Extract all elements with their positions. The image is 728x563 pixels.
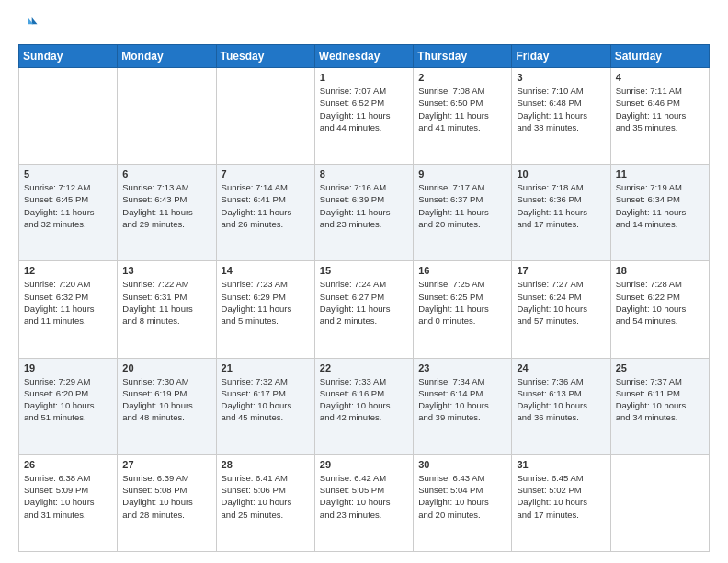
day-number: 15 bbox=[320, 265, 408, 276]
calendar-cell: 20Sunrise: 7:30 AM Sunset: 6:19 PM Dayli… bbox=[118, 358, 216, 454]
day-number: 12 bbox=[24, 265, 112, 276]
weekday-header-wednesday: Wednesday bbox=[314, 45, 413, 68]
day-info: Sunrise: 6:45 AM Sunset: 5:02 PM Dayligh… bbox=[517, 472, 605, 521]
day-info: Sunrise: 7:28 AM Sunset: 6:22 PM Dayligh… bbox=[616, 278, 704, 327]
week-row-4: 19Sunrise: 7:29 AM Sunset: 6:20 PM Dayli… bbox=[19, 358, 710, 454]
day-number: 7 bbox=[222, 168, 310, 179]
day-number: 8 bbox=[320, 168, 408, 179]
logo-icon bbox=[18, 15, 39, 35]
day-number: 31 bbox=[517, 459, 605, 470]
day-info: Sunrise: 7:13 AM Sunset: 6:43 PM Dayligh… bbox=[122, 181, 210, 230]
calendar-cell: 22Sunrise: 7:33 AM Sunset: 6:16 PM Dayli… bbox=[314, 358, 413, 454]
calendar-cell bbox=[19, 68, 118, 165]
calendar-cell: 4Sunrise: 7:11 AM Sunset: 6:46 PM Daylig… bbox=[610, 68, 709, 165]
day-number: 20 bbox=[122, 362, 210, 373]
day-info: Sunrise: 7:22 AM Sunset: 6:31 PM Dayligh… bbox=[122, 278, 210, 327]
week-row-1: 1Sunrise: 7:07 AM Sunset: 6:52 PM Daylig… bbox=[19, 68, 710, 165]
day-info: Sunrise: 7:34 AM Sunset: 6:14 PM Dayligh… bbox=[418, 375, 506, 424]
calendar-cell bbox=[118, 68, 216, 165]
day-info: Sunrise: 7:37 AM Sunset: 6:11 PM Dayligh… bbox=[616, 375, 704, 424]
calendar-cell: 26Sunrise: 6:38 AM Sunset: 5:09 PM Dayli… bbox=[19, 454, 118, 551]
calendar-cell: 18Sunrise: 7:28 AM Sunset: 6:22 PM Dayli… bbox=[610, 261, 709, 358]
day-info: Sunrise: 7:33 AM Sunset: 6:16 PM Dayligh… bbox=[320, 375, 408, 424]
day-number: 22 bbox=[320, 362, 408, 373]
day-number: 13 bbox=[122, 265, 210, 276]
day-number: 23 bbox=[418, 362, 506, 373]
week-row-2: 5Sunrise: 7:12 AM Sunset: 6:45 PM Daylig… bbox=[19, 165, 710, 261]
day-number: 16 bbox=[418, 265, 506, 276]
day-info: Sunrise: 7:12 AM Sunset: 6:45 PM Dayligh… bbox=[24, 181, 112, 230]
day-info: Sunrise: 7:23 AM Sunset: 6:29 PM Dayligh… bbox=[222, 278, 310, 327]
calendar-cell: 21Sunrise: 7:32 AM Sunset: 6:17 PM Dayli… bbox=[216, 358, 314, 454]
calendar-cell: 15Sunrise: 7:24 AM Sunset: 6:27 PM Dayli… bbox=[314, 261, 413, 358]
weekday-header-tuesday: Tuesday bbox=[216, 45, 314, 68]
day-number: 29 bbox=[320, 459, 408, 470]
calendar-cell: 16Sunrise: 7:25 AM Sunset: 6:25 PM Dayli… bbox=[414, 261, 512, 358]
day-info: Sunrise: 7:17 AM Sunset: 6:37 PM Dayligh… bbox=[418, 181, 506, 230]
day-info: Sunrise: 7:32 AM Sunset: 6:17 PM Dayligh… bbox=[222, 375, 310, 424]
calendar-cell: 25Sunrise: 7:37 AM Sunset: 6:11 PM Dayli… bbox=[610, 358, 709, 454]
day-number: 10 bbox=[517, 168, 605, 179]
calendar-cell: 6Sunrise: 7:13 AM Sunset: 6:43 PM Daylig… bbox=[118, 165, 216, 261]
calendar-cell: 12Sunrise: 7:20 AM Sunset: 6:32 PM Dayli… bbox=[19, 261, 118, 358]
calendar-cell: 19Sunrise: 7:29 AM Sunset: 6:20 PM Dayli… bbox=[19, 358, 118, 454]
day-number: 28 bbox=[222, 459, 310, 470]
day-number: 1 bbox=[320, 72, 408, 83]
week-row-5: 26Sunrise: 6:38 AM Sunset: 5:09 PM Dayli… bbox=[19, 454, 710, 551]
calendar-cell: 5Sunrise: 7:12 AM Sunset: 6:45 PM Daylig… bbox=[19, 165, 118, 261]
day-number: 17 bbox=[517, 265, 605, 276]
day-number: 3 bbox=[517, 72, 605, 83]
day-info: Sunrise: 7:30 AM Sunset: 6:19 PM Dayligh… bbox=[122, 375, 210, 424]
day-number: 14 bbox=[222, 265, 310, 276]
day-info: Sunrise: 7:19 AM Sunset: 6:34 PM Dayligh… bbox=[616, 181, 704, 230]
logo bbox=[18, 15, 42, 35]
day-number: 2 bbox=[418, 72, 506, 83]
weekday-header-saturday: Saturday bbox=[610, 45, 709, 68]
calendar-cell: 11Sunrise: 7:19 AM Sunset: 6:34 PM Dayli… bbox=[610, 165, 709, 261]
day-info: Sunrise: 7:11 AM Sunset: 6:46 PM Dayligh… bbox=[616, 85, 704, 133]
calendar-cell: 30Sunrise: 6:43 AM Sunset: 5:04 PM Dayli… bbox=[414, 454, 512, 551]
week-row-3: 12Sunrise: 7:20 AM Sunset: 6:32 PM Dayli… bbox=[19, 261, 710, 358]
calendar-cell: 24Sunrise: 7:36 AM Sunset: 6:13 PM Dayli… bbox=[512, 358, 610, 454]
day-info: Sunrise: 7:27 AM Sunset: 6:24 PM Dayligh… bbox=[517, 278, 605, 327]
day-number: 25 bbox=[616, 362, 704, 373]
calendar-cell: 7Sunrise: 7:14 AM Sunset: 6:41 PM Daylig… bbox=[216, 165, 314, 261]
day-info: Sunrise: 7:24 AM Sunset: 6:27 PM Dayligh… bbox=[320, 278, 408, 327]
day-info: Sunrise: 6:42 AM Sunset: 5:05 PM Dayligh… bbox=[320, 472, 408, 521]
calendar-cell: 27Sunrise: 6:39 AM Sunset: 5:08 PM Dayli… bbox=[118, 454, 216, 551]
weekday-header-row: SundayMondayTuesdayWednesdayThursdayFrid… bbox=[19, 45, 710, 68]
day-info: Sunrise: 6:41 AM Sunset: 5:06 PM Dayligh… bbox=[222, 472, 310, 521]
calendar-cell: 3Sunrise: 7:10 AM Sunset: 6:48 PM Daylig… bbox=[512, 68, 610, 165]
weekday-header-friday: Friday bbox=[512, 45, 610, 68]
calendar-cell: 23Sunrise: 7:34 AM Sunset: 6:14 PM Dayli… bbox=[414, 358, 512, 454]
day-number: 21 bbox=[222, 362, 310, 373]
calendar: SundayMondayTuesdayWednesdayThursdayFrid… bbox=[18, 44, 710, 552]
calendar-cell: 31Sunrise: 6:45 AM Sunset: 5:02 PM Dayli… bbox=[512, 454, 610, 551]
day-info: Sunrise: 7:07 AM Sunset: 6:52 PM Dayligh… bbox=[320, 85, 408, 133]
calendar-cell: 9Sunrise: 7:17 AM Sunset: 6:37 PM Daylig… bbox=[414, 165, 512, 261]
calendar-cell: 8Sunrise: 7:16 AM Sunset: 6:39 PM Daylig… bbox=[314, 165, 413, 261]
day-info: Sunrise: 7:18 AM Sunset: 6:36 PM Dayligh… bbox=[517, 181, 605, 230]
calendar-cell: 10Sunrise: 7:18 AM Sunset: 6:36 PM Dayli… bbox=[512, 165, 610, 261]
calendar-cell: 2Sunrise: 7:08 AM Sunset: 6:50 PM Daylig… bbox=[414, 68, 512, 165]
day-number: 5 bbox=[24, 168, 112, 179]
calendar-cell: 28Sunrise: 6:41 AM Sunset: 5:06 PM Dayli… bbox=[216, 454, 314, 551]
calendar-cell: 14Sunrise: 7:23 AM Sunset: 6:29 PM Dayli… bbox=[216, 261, 314, 358]
day-number: 30 bbox=[418, 459, 506, 470]
weekday-header-thursday: Thursday bbox=[414, 45, 512, 68]
weekday-header-monday: Monday bbox=[118, 45, 216, 68]
day-info: Sunrise: 7:20 AM Sunset: 6:32 PM Dayligh… bbox=[24, 278, 112, 327]
day-number: 18 bbox=[616, 265, 704, 276]
calendar-cell: 17Sunrise: 7:27 AM Sunset: 6:24 PM Dayli… bbox=[512, 261, 610, 358]
day-info: Sunrise: 6:43 AM Sunset: 5:04 PM Dayligh… bbox=[418, 472, 506, 521]
day-info: Sunrise: 7:29 AM Sunset: 6:20 PM Dayligh… bbox=[24, 375, 112, 424]
day-number: 24 bbox=[517, 362, 605, 373]
calendar-cell bbox=[610, 454, 709, 551]
calendar-cell: 13Sunrise: 7:22 AM Sunset: 6:31 PM Dayli… bbox=[118, 261, 216, 358]
day-number: 27 bbox=[122, 459, 210, 470]
day-number: 6 bbox=[122, 168, 210, 179]
calendar-cell bbox=[216, 68, 314, 165]
day-number: 19 bbox=[24, 362, 112, 373]
calendar-cell: 29Sunrise: 6:42 AM Sunset: 5:05 PM Dayli… bbox=[314, 454, 413, 551]
svg-marker-0 bbox=[32, 17, 38, 24]
